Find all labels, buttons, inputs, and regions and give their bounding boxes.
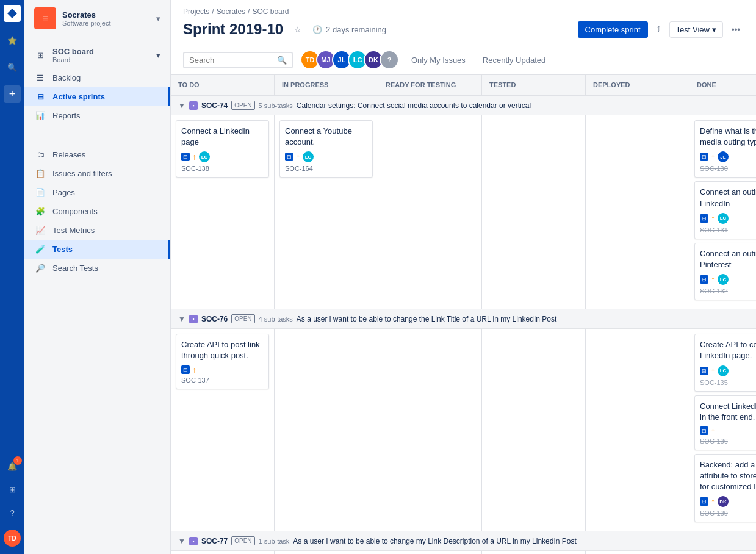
story-id: SOC-74 bbox=[201, 101, 228, 110]
card-id: SOC-138 bbox=[181, 165, 264, 172]
nav-item-backlog[interactable]: ☰ Backlog bbox=[24, 68, 170, 87]
nav-item-soc-board[interactable]: ⊞ SOC board Board ▾ bbox=[24, 42, 170, 68]
project-info: Socrates Software project bbox=[62, 10, 150, 27]
help-icon[interactable]: ? bbox=[4, 504, 21, 521]
search-input[interactable] bbox=[189, 56, 275, 65]
card-priority-icon: ↑ bbox=[711, 153, 715, 161]
user-avatar[interactable]: TD bbox=[4, 530, 21, 547]
card-soc-130[interactable]: Define what is the media outing type ⊟ ↑… bbox=[694, 120, 756, 178]
create-icon[interactable]: + bbox=[4, 85, 21, 103]
svg-marker-0 bbox=[7, 9, 17, 18]
nav-section-top: ⊞ SOC board Board ▾ ☰ Backlog ⊟ Active s… bbox=[24, 37, 170, 130]
story-col-soc-77-3 bbox=[482, 551, 586, 554]
header-actions: Complete sprint ⤴ Test View ▾ ••• bbox=[578, 21, 744, 38]
avatar-filter-?[interactable]: ? bbox=[380, 50, 399, 70]
story-col-soc-74-4 bbox=[586, 115, 689, 309]
story-description: Calendar settings: Connect social media … bbox=[297, 101, 531, 110]
releases-icon: 🗂 bbox=[34, 150, 46, 159]
card-avatar: LC bbox=[718, 365, 729, 376]
story-open-badge: OPEN bbox=[231, 101, 254, 110]
card-avatar: LC bbox=[718, 274, 729, 285]
only-my-issues-button[interactable]: Only My Issues bbox=[406, 52, 470, 68]
story-col-soc-76-0: Create API to post link through quick po… bbox=[171, 329, 275, 531]
board: TO DOIN PROGRESSREADY FOR TESTINGTESTEDD… bbox=[171, 75, 756, 554]
test-view-button[interactable]: Test View ▾ bbox=[669, 21, 723, 38]
card-meta: ⊟ ↑ LC bbox=[285, 151, 367, 162]
story-header-soc-77[interactable]: ▼ ▪ SOC-77 OPEN 1 sub-task As a user I w… bbox=[171, 531, 756, 551]
nav-item-test-metrics[interactable]: 📈 Test Metrics bbox=[24, 221, 170, 240]
card-id: SOC-130 bbox=[700, 165, 756, 172]
story-col-soc-74-0: Connect a LinkedIn page ⊟ ↑ LC SOC-138 bbox=[171, 115, 275, 309]
card-priority-icon: ↑ bbox=[296, 153, 300, 161]
sprint-remaining: 2 days remaining bbox=[326, 25, 386, 34]
nav-active-sprints-label: Active sprints bbox=[52, 92, 105, 101]
breadcrumb-soc-board[interactable]: SOC board bbox=[252, 7, 289, 16]
story-col-soc-76-5: Create API to connect LinkedIn page. ⊟ ↑… bbox=[689, 329, 756, 531]
card-soc-138[interactable]: Connect a LinkedIn page ⊟ ↑ LC SOC-138 bbox=[176, 120, 269, 178]
story-open-badge: OPEN bbox=[231, 314, 254, 323]
share-button[interactable]: ⤴ bbox=[653, 21, 664, 38]
card-type-icon: ⊟ bbox=[700, 275, 708, 284]
card-title: Connect an outing to LinkedIn bbox=[700, 187, 756, 209]
grid-icon[interactable]: ⊞ bbox=[4, 481, 21, 498]
complete-sprint-button[interactable]: Complete sprint bbox=[578, 21, 648, 38]
more-options-button[interactable]: ••• bbox=[728, 21, 744, 38]
story-cards-row-soc-76: Create API to post link through quick po… bbox=[171, 329, 756, 531]
collapse-icon: ▼ bbox=[178, 537, 185, 545]
card-priority-icon: ↑ bbox=[711, 214, 715, 223]
column-header-deployed: DEPLOYED bbox=[586, 75, 689, 95]
breadcrumb-projects[interactable]: Projects bbox=[183, 7, 209, 16]
card-soc-136[interactable]: Connect LinkedIn page in the front end. … bbox=[694, 395, 756, 450]
story-cards-row-soc-74: Connect a LinkedIn page ⊟ ↑ LC SOC-138 C… bbox=[171, 115, 756, 309]
breadcrumb-socrates[interactable]: Socrates bbox=[217, 7, 245, 16]
nav-item-active-sprints[interactable]: ⊟ Active sprints bbox=[24, 87, 170, 106]
story-col-soc-76-2 bbox=[378, 329, 482, 531]
nav-soc-board-chevron-icon: ▾ bbox=[156, 51, 160, 60]
nav-item-reports[interactable]: 📊 Reports bbox=[24, 106, 170, 125]
card-type-icon: ⊟ bbox=[700, 153, 708, 161]
nav-item-issues-filters[interactable]: 📋 Issues and filters bbox=[24, 164, 170, 183]
nav-backlog-label: Backlog bbox=[52, 73, 81, 82]
story-header-soc-74[interactable]: ▼ ▪ SOC-74 OPEN 5 sub-tasks Calendar set… bbox=[171, 96, 756, 115]
nav-item-pages[interactable]: 📄 Pages bbox=[24, 183, 170, 202]
card-id: SOC-136 bbox=[700, 437, 756, 445]
favorites-icon[interactable]: ⭐ bbox=[4, 32, 21, 49]
card-title: Define what is the media outing type bbox=[700, 126, 756, 148]
notification-bell[interactable]: 🔔 1 bbox=[4, 458, 21, 475]
nav-item-components[interactable]: 🧩 Components bbox=[24, 202, 170, 221]
column-header-ready-for-testing: READY FOR TESTING bbox=[378, 75, 482, 95]
card-avatar: LC bbox=[303, 151, 314, 162]
card-type-icon: ⊟ bbox=[181, 365, 190, 374]
nav-item-tests[interactable]: 🧪 Tests bbox=[24, 240, 170, 259]
card-priority-icon: ↑ bbox=[711, 367, 715, 375]
card-soc-131[interactable]: Connect an outing to LinkedIn ⊟ ↑ LC SOC… bbox=[694, 181, 756, 239]
story-col-soc-76-1 bbox=[275, 329, 378, 531]
app-logo[interactable] bbox=[4, 5, 21, 22]
star-button[interactable]: ☆ bbox=[290, 21, 305, 38]
card-title: Connect LinkedIn page in the front end. bbox=[700, 401, 756, 423]
project-icon: ≡ bbox=[34, 7, 56, 29]
page-title: Sprint 2019-10 bbox=[183, 21, 283, 38]
card-soc-132[interactable]: Connect an outing to Pinterest ⊟ ↑ LC SO… bbox=[694, 243, 756, 300]
card-meta: ⊟ ↑ LC bbox=[181, 151, 264, 162]
nav-item-search-tests[interactable]: 🔎 Search Tests bbox=[24, 259, 170, 278]
card-id: SOC-164 bbox=[285, 165, 367, 172]
project-header[interactable]: ≡ Socrates Software project ▾ bbox=[24, 0, 170, 37]
board-icon: ⊞ bbox=[34, 51, 46, 60]
card-priority-icon: ↑ bbox=[711, 275, 715, 284]
card-soc-164[interactable]: Connect a Youtube account. ⊟ ↑ LC SOC-16… bbox=[279, 120, 373, 178]
story-subtask-count: 5 sub-tasks bbox=[259, 102, 293, 109]
recently-updated-button[interactable]: Recently Updated bbox=[478, 52, 550, 68]
card-title: Backend: add a virtual attribute to stor… bbox=[700, 459, 756, 493]
story-header-soc-76[interactable]: ▼ ▪ SOC-76 OPEN 4 sub-tasks As a user i … bbox=[171, 309, 756, 329]
card-soc-139[interactable]: Backend: add a virtual attribute to stor… bbox=[694, 454, 756, 523]
card-soc-137[interactable]: Create API to post link through quick po… bbox=[176, 334, 269, 389]
card-soc-135[interactable]: Create API to connect LinkedIn page. ⊟ ↑… bbox=[694, 334, 756, 391]
board-stories: ▼ ▪ SOC-74 OPEN 5 sub-tasks Calendar set… bbox=[171, 96, 756, 554]
card-meta: ⊟ ↑ JL bbox=[700, 151, 756, 162]
nav-item-releases[interactable]: 🗂 Releases bbox=[24, 145, 170, 164]
project-name: Socrates bbox=[62, 10, 150, 20]
search-box[interactable]: 🔍 bbox=[183, 52, 293, 68]
nav-releases-label: Releases bbox=[52, 150, 85, 159]
search-icon[interactable]: 🔍 bbox=[4, 59, 21, 76]
